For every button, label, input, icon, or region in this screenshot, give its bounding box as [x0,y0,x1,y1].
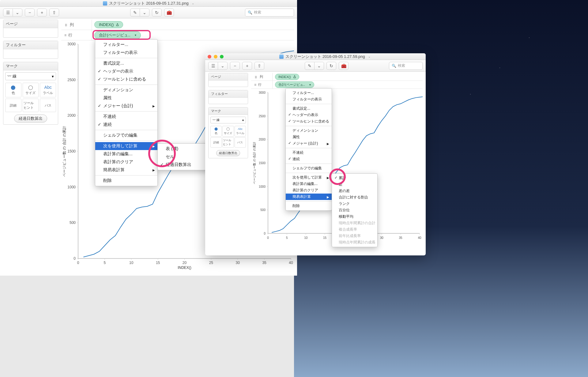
menu-include-tooltip[interactable]: ツールヒントに含める [95,75,157,83]
dropdown-button[interactable]: ⌄ [314,62,324,70]
menu-clear-tablecalc[interactable]: 表計算のクリア [95,158,157,166]
marks-detail[interactable]: 詳細 [210,137,222,148]
menu-include-tooltip[interactable]: ツールヒントに含める [286,118,332,125]
highlight-rect [92,30,151,40]
columns-shelf[interactable]: ⫼列 INDEX()Δ [251,73,423,81]
menu-format[interactable]: 書式設定... [286,105,332,112]
rows-shelf[interactable]: ≡行 合計(ページビュ.. [251,81,423,89]
sidebar-toggle-button[interactable]: ☰ [3,9,13,17]
menu-remove[interactable]: 削除 [95,177,157,185]
share-button[interactable]: ⇧ [49,9,59,17]
menu-show-header[interactable]: ヘッダーの表示 [95,67,157,75]
edit-button[interactable]: ✎ [130,9,140,17]
menu-compute-using[interactable]: 次を使用して計算 [286,174,332,181]
menu-quick-tablecalc[interactable]: 簡易表計算 [286,194,332,200]
menu-show-filter[interactable]: フィルターの表示 [286,96,332,103]
pages-shelf[interactable]: ページ [208,73,248,87]
menu-clear-tablecalc[interactable]: 表計算のクリア [286,187,332,194]
pill-index[interactable]: INDEX()Δ [275,74,299,80]
marks-path[interactable]: パス [40,99,56,112]
menu-discrete[interactable]: 不連続 [286,149,332,156]
marks-card[interactable]: マーク 〰 線▾ ⬤色 ◯サイズ Abcラベル 詳細 ツール ヒント パス 経過… [208,107,248,158]
zoom-out-button[interactable]: − [25,9,35,17]
field-pill-elapsed[interactable]: 経過日数算出 [216,150,240,156]
marks-label[interactable]: Abcラベル [40,83,56,97]
sidebar-toggle-button[interactable]: ☰ [208,62,218,70]
submenu-moving-avg[interactable]: 移動平均 [332,213,377,220]
marks-type-select[interactable]: 〰 線▾ [210,117,246,123]
minimize-button[interactable] [214,55,217,58]
submenu-rank[interactable]: ランク [332,201,377,207]
menu-attribute[interactable]: 属性 [95,94,157,102]
menu-continuous[interactable]: 連続 [286,156,332,162]
submenu-percentile[interactable]: 百分位 [332,207,377,213]
filter-shelf[interactable]: フィルター [208,90,248,104]
menu-show-header[interactable]: ヘッダーの表示 [286,112,332,118]
marks-label[interactable]: Abcラベル [235,126,246,137]
search-input[interactable]: 🔍 検索 [389,62,423,70]
dropdown-button[interactable]: ⌄ [218,62,228,70]
menu-compute-using[interactable]: 次を使用して計算 [95,142,157,150]
menu-dimension[interactable]: ディメンション [95,86,157,94]
zoom-out-button[interactable]: − [230,62,240,70]
titlebar[interactable]: スクリーンショット 2016-09-05 1.27.59.png ⌄ [205,53,426,60]
markup-button[interactable]: 🧰 [164,9,174,17]
menu-measure-sum[interactable]: メジャー (合計) [95,102,157,110]
svg-text:2500: 2500 [67,78,76,82]
zoom-in-button[interactable]: + [37,9,47,17]
svg-text:30: 30 [236,261,240,265]
pill-sum-pageviews[interactable]: 合計(ページビュ.. [275,81,314,88]
menu-edit-shelf[interactable]: シェルフでの編集 [286,165,332,172]
menu-format[interactable]: 書式設定... [95,59,157,67]
search-input[interactable]: 🔍 検索 [245,9,294,17]
submenu-pct-diff[interactable]: 差の差 [332,188,377,194]
pill-index[interactable]: INDEX()Δ [94,21,123,28]
share-button[interactable]: ⇧ [254,62,264,70]
dropdown-button[interactable]: ⌄ [13,9,22,17]
menu-show-filter[interactable]: フィルターの表示 [95,49,157,57]
menu-remove[interactable]: 削除 [286,203,332,209]
marks-path[interactable]: パス [235,137,246,148]
filter-shelf[interactable]: フィルター [3,41,58,59]
marks-size[interactable]: ◯サイズ [23,83,39,97]
marks-size[interactable]: ◯サイズ [222,126,234,137]
svg-text:2000: 2000 [259,138,266,141]
marks-card[interactable]: マーク 〰 線▾ ⬤色 ◯サイズ Abcラベル 詳細 ツール ヒント パス 経過… [3,62,58,125]
field-pill-elapsed[interactable]: 経過日数算出 [14,115,47,123]
edit-button[interactable]: ✎ [305,62,315,70]
pages-shelf[interactable]: ページ [3,20,58,38]
context-menu: フィルター... フィルターの表示 書式設定... ヘッダーの表示 ツールヒント… [285,88,332,211]
submenu-pct-of-total[interactable]: 合計に対する割合 [332,194,377,201]
rows-icon: ≡ [254,83,256,87]
svg-text:ページビュー数 の 合計 の累計: ページビュー数 の 合計 の累計 [253,142,256,184]
maximize-button[interactable] [220,55,224,58]
preview-window-2: スクリーンショット 2016-09-05 1.27.59.png ⌄ ☰ ⌄ −… [205,53,426,255]
zoom-in-button[interactable]: + [242,62,252,70]
menu-filter[interactable]: フィルター... [286,90,332,96]
titlebar[interactable]: スクリーンショット 2016-09-05 1.27.31.png ⌄ [0,0,297,7]
menu-filter[interactable]: フィルター... [95,41,157,49]
close-button[interactable] [208,55,211,58]
marks-color[interactable]: ⬤色 [210,126,222,137]
menu-dimension[interactable]: ディメンション [286,127,332,134]
menu-edit-tablecalc[interactable]: 表計算の編集... [286,181,332,187]
menu-edit-shelf[interactable]: シェルフでの編集 [95,131,157,139]
menu-measure-sum[interactable]: メジャー (合計) [286,140,332,147]
menu-continuous[interactable]: 連続 [95,121,157,129]
marks-tooltip[interactable]: ツール ヒント [23,99,39,112]
markup-button[interactable]: 🧰 [339,62,349,70]
rotate-button[interactable]: ↻ [326,62,336,70]
marks-detail[interactable]: 詳細 [5,99,21,112]
columns-shelf[interactable]: ⫼列 INDEX()Δ [61,20,294,30]
svg-text:10: 10 [129,261,134,265]
svg-text:35: 35 [399,236,403,239]
menu-quick-tablecalc[interactable]: 簡易表計算 [95,166,157,174]
rotate-button[interactable]: ↻ [152,9,162,17]
context-menu: フィルター... フィルターの表示 書式設定... ヘッダーの表示 ツールヒント… [95,39,158,186]
dropdown-button[interactable]: ⌄ [140,9,149,17]
marks-tooltip[interactable]: ツール ヒント [222,137,234,148]
marks-type-select[interactable]: 〰 線▾ [5,72,56,80]
menu-discrete[interactable]: 不連続 [95,113,157,121]
marks-color[interactable]: ⬤色 [5,83,21,97]
menu-attribute[interactable]: 属性 [286,134,332,140]
